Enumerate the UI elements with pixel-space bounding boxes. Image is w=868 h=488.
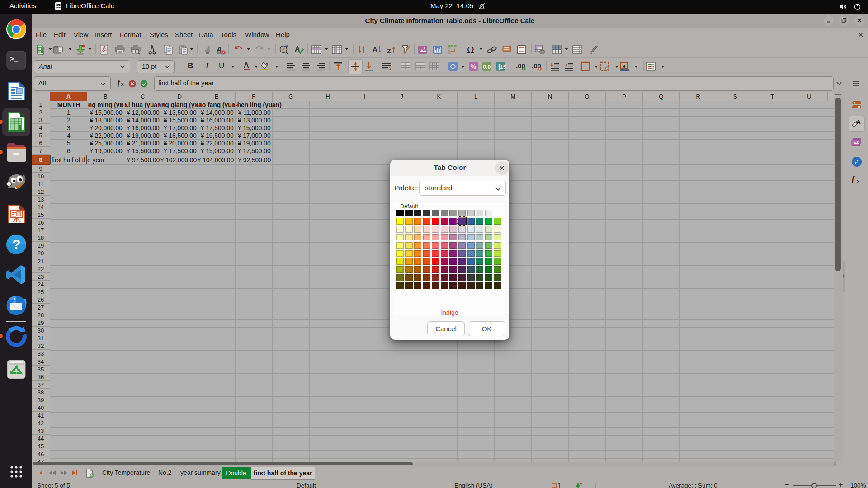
svg-text:?: ? [12, 237, 20, 252]
svg-text:A: A [856, 118, 861, 126]
svg-text:A: A [244, 61, 249, 69]
svg-text:A: A [373, 45, 377, 53]
svg-text:▐15▌: ▐15▌ [497, 64, 506, 70]
svg-text:Z: Z [387, 47, 391, 55]
svg-text:%: % [471, 63, 476, 70]
svg-text:0.0: 0.0 [483, 64, 491, 70]
svg-text:A: A [216, 46, 222, 53]
svg-text:>_: >_ [10, 56, 19, 63]
svg-text:Ω: Ω [467, 44, 474, 55]
